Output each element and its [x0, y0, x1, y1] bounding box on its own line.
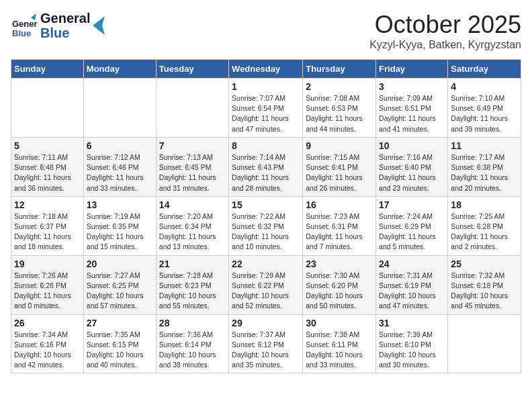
day-info: Sunrise: 7:38 AM Sunset: 6:11 PM Dayligh… [306, 330, 373, 371]
day-number: 4 [451, 81, 518, 92]
calendar-week-row: 19Sunrise: 7:26 AM Sunset: 6:26 PM Dayli… [11, 255, 521, 314]
calendar-cell: 24Sunrise: 7:31 AM Sunset: 6:19 PM Dayli… [376, 255, 448, 314]
day-number: 18 [451, 199, 518, 210]
day-number: 29 [232, 318, 300, 328]
day-number: 2 [306, 81, 373, 92]
calendar-cell: 27Sunrise: 7:35 AM Sunset: 6:15 PM Dayli… [83, 314, 156, 373]
day-number: 10 [379, 140, 445, 151]
day-number: 16 [306, 199, 373, 210]
day-info: Sunrise: 7:32 AM Sunset: 6:18 PM Dayligh… [451, 271, 518, 312]
calendar-header-row: SundayMondayTuesdayWednesdayThursdayFrid… [11, 60, 521, 79]
calendar-cell: 26Sunrise: 7:34 AM Sunset: 6:16 PM Dayli… [11, 314, 84, 373]
svg-text:General: General [12, 19, 38, 29]
weekday-header-sunday: Sunday [11, 60, 84, 79]
day-info: Sunrise: 7:10 AM Sunset: 6:49 PM Dayligh… [451, 93, 518, 134]
logo-blue: Blue [40, 26, 90, 40]
calendar-cell: 8Sunrise: 7:14 AM Sunset: 6:43 PM Daylig… [229, 137, 303, 196]
day-info: Sunrise: 7:36 AM Sunset: 6:14 PM Dayligh… [159, 330, 226, 371]
svg-marker-3 [93, 16, 105, 35]
day-number: 15 [232, 199, 300, 210]
day-number: 20 [87, 259, 153, 269]
calendar-cell: 2Sunrise: 7:08 AM Sunset: 6:53 PM Daylig… [303, 79, 376, 138]
day-number: 21 [159, 259, 226, 269]
calendar-cell: 22Sunrise: 7:29 AM Sunset: 6:22 PM Dayli… [229, 255, 303, 314]
calendar-cell: 7Sunrise: 7:13 AM Sunset: 6:45 PM Daylig… [156, 137, 228, 196]
day-info: Sunrise: 7:27 AM Sunset: 6:25 PM Dayligh… [87, 271, 153, 312]
day-number: 9 [306, 140, 373, 151]
day-number: 24 [379, 259, 445, 269]
calendar-cell: 20Sunrise: 7:27 AM Sunset: 6:25 PM Dayli… [83, 255, 156, 314]
weekday-header-tuesday: Tuesday [156, 60, 228, 79]
day-number: 19 [14, 259, 81, 269]
day-info: Sunrise: 7:17 AM Sunset: 6:38 PM Dayligh… [451, 152, 518, 193]
calendar-week-row: 5Sunrise: 7:11 AM Sunset: 6:48 PM Daylig… [11, 137, 521, 196]
title-section: October 2025 Kyzyl-Kyya, Batken, Kyrgyzs… [369, 11, 521, 51]
calendar-cell: 15Sunrise: 7:22 AM Sunset: 6:32 PM Dayli… [229, 196, 303, 255]
logo-text: General Blue [40, 11, 90, 40]
day-number: 25 [451, 259, 518, 269]
day-info: Sunrise: 7:28 AM Sunset: 6:23 PM Dayligh… [159, 271, 226, 312]
calendar-cell: 16Sunrise: 7:23 AM Sunset: 6:31 PM Dayli… [303, 196, 376, 255]
day-number: 28 [159, 318, 226, 328]
day-info: Sunrise: 7:08 AM Sunset: 6:53 PM Dayligh… [306, 93, 373, 134]
logo-bird-icon [93, 16, 105, 35]
day-info: Sunrise: 7:18 AM Sunset: 6:37 PM Dayligh… [14, 212, 81, 253]
day-number: 8 [232, 140, 300, 151]
day-info: Sunrise: 7:14 AM Sunset: 6:43 PM Dayligh… [232, 152, 300, 193]
day-info: Sunrise: 7:20 AM Sunset: 6:34 PM Dayligh… [159, 212, 226, 253]
calendar-cell: 19Sunrise: 7:26 AM Sunset: 6:26 PM Dayli… [11, 255, 84, 314]
day-number: 12 [14, 199, 81, 210]
day-info: Sunrise: 7:31 AM Sunset: 6:19 PM Dayligh… [379, 271, 445, 312]
day-number: 14 [159, 199, 226, 210]
calendar-week-row: 1Sunrise: 7:07 AM Sunset: 6:54 PM Daylig… [11, 79, 521, 138]
day-info: Sunrise: 7:23 AM Sunset: 6:31 PM Dayligh… [306, 212, 373, 253]
day-info: Sunrise: 7:12 AM Sunset: 6:46 PM Dayligh… [87, 152, 153, 193]
day-info: Sunrise: 7:37 AM Sunset: 6:12 PM Dayligh… [232, 330, 300, 371]
day-number: 27 [87, 318, 153, 328]
day-info: Sunrise: 7:19 AM Sunset: 6:35 PM Dayligh… [87, 212, 153, 253]
weekday-header-saturday: Saturday [448, 60, 521, 79]
calendar-cell: 12Sunrise: 7:18 AM Sunset: 6:37 PM Dayli… [11, 196, 84, 255]
day-info: Sunrise: 7:24 AM Sunset: 6:29 PM Dayligh… [379, 212, 445, 253]
weekday-header-monday: Monday [83, 60, 156, 79]
weekday-header-friday: Friday [376, 60, 448, 79]
day-number: 1 [232, 81, 300, 92]
calendar-cell: 28Sunrise: 7:36 AM Sunset: 6:14 PM Dayli… [156, 314, 228, 373]
calendar-table: SundayMondayTuesdayWednesdayThursdayFrid… [11, 59, 521, 373]
calendar-cell: 6Sunrise: 7:12 AM Sunset: 6:46 PM Daylig… [83, 137, 156, 196]
weekday-header-wednesday: Wednesday [229, 60, 303, 79]
day-number: 6 [87, 140, 153, 151]
logo: General Blue General Blue [11, 11, 105, 40]
day-number: 13 [87, 199, 153, 210]
calendar-cell: 4Sunrise: 7:10 AM Sunset: 6:49 PM Daylig… [448, 79, 521, 138]
calendar-cell [11, 79, 84, 138]
day-number: 31 [379, 318, 445, 328]
logo-icon: General Blue [11, 12, 38, 39]
calendar-cell: 5Sunrise: 7:11 AM Sunset: 6:48 PM Daylig… [11, 137, 84, 196]
calendar-week-row: 12Sunrise: 7:18 AM Sunset: 6:37 PM Dayli… [11, 196, 521, 255]
location-text: Kyzyl-Kyya, Batken, Kyrgyzstan [369, 39, 521, 51]
day-number: 7 [159, 140, 226, 151]
logo-general: General [40, 11, 90, 26]
calendar-cell: 1Sunrise: 7:07 AM Sunset: 6:54 PM Daylig… [229, 79, 303, 138]
day-number: 26 [14, 318, 81, 328]
calendar-cell: 23Sunrise: 7:30 AM Sunset: 6:20 PM Dayli… [303, 255, 376, 314]
day-info: Sunrise: 7:25 AM Sunset: 6:28 PM Dayligh… [451, 212, 518, 253]
day-info: Sunrise: 7:09 AM Sunset: 6:51 PM Dayligh… [379, 93, 445, 134]
day-number: 11 [451, 140, 518, 151]
month-title: October 2025 [369, 11, 521, 39]
calendar-cell: 31Sunrise: 7:39 AM Sunset: 6:10 PM Dayli… [376, 314, 448, 373]
calendar-cell [156, 79, 228, 138]
day-info: Sunrise: 7:22 AM Sunset: 6:32 PM Dayligh… [232, 212, 300, 253]
day-number: 5 [14, 140, 81, 151]
day-info: Sunrise: 7:11 AM Sunset: 6:48 PM Dayligh… [14, 152, 81, 193]
calendar-cell: 11Sunrise: 7:17 AM Sunset: 6:38 PM Dayli… [448, 137, 521, 196]
page-header: General Blue General Blue October 2025 K… [11, 11, 521, 51]
day-info: Sunrise: 7:15 AM Sunset: 6:41 PM Dayligh… [306, 152, 373, 193]
day-info: Sunrise: 7:35 AM Sunset: 6:15 PM Dayligh… [87, 330, 153, 371]
day-info: Sunrise: 7:07 AM Sunset: 6:54 PM Dayligh… [232, 93, 300, 134]
day-info: Sunrise: 7:16 AM Sunset: 6:40 PM Dayligh… [379, 152, 445, 193]
calendar-cell: 18Sunrise: 7:25 AM Sunset: 6:28 PM Dayli… [448, 196, 521, 255]
day-number: 3 [379, 81, 445, 92]
calendar-week-row: 26Sunrise: 7:34 AM Sunset: 6:16 PM Dayli… [11, 314, 521, 373]
